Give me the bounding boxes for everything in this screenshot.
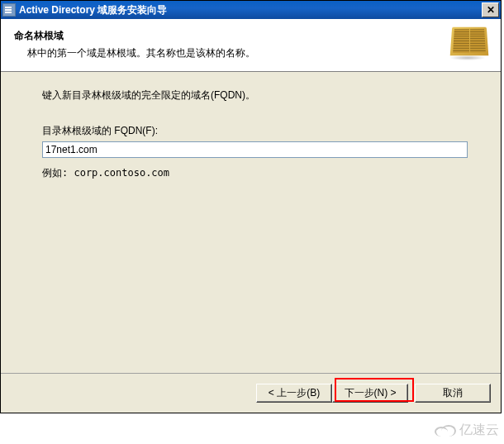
header-text: 命名林根域 林中的第一个域是林根域。其名称也是该林的名称。: [14, 26, 448, 60]
wizard-content: 键入新目录林根级域的完全限定的域名(FQDN)。 目录林根级域的 FQDN(F)…: [1, 72, 501, 373]
back-button[interactable]: < 上一步(B): [256, 384, 332, 403]
window-title: Active Directory 域服务安装向导: [19, 3, 482, 17]
page-title: 命名林根域: [14, 29, 448, 43]
close-button[interactable]: ✕: [482, 2, 499, 17]
cancel-button[interactable]: 取消: [415, 384, 491, 403]
book-icon: [448, 26, 487, 60]
fqdn-input[interactable]: [42, 141, 468, 158]
fqdn-label: 目录林根级域的 FQDN(F):: [42, 124, 468, 138]
watermark: 亿速云: [435, 422, 499, 439]
nav-button-group: < 上一步(B) 下一步(N) >: [256, 384, 408, 403]
wizard-footer: < 上一步(B) 下一步(N) > 取消: [1, 373, 501, 413]
app-icon: [2, 3, 16, 17]
example-text: 例如: corp.contoso.com: [42, 166, 468, 180]
page-subtitle: 林中的第一个域是林根域。其名称也是该林的名称。: [27, 46, 448, 60]
wizard-header: 命名林根域 林中的第一个域是林根域。其名称也是该林的名称。: [1, 19, 501, 72]
cloud-icon: [435, 423, 456, 438]
next-button[interactable]: 下一步(N) >: [332, 384, 408, 403]
wizard-window: Active Directory 域服务安装向导 ✕ 命名林根域 林中的第一个域…: [0, 0, 502, 413]
titlebar: Active Directory 域服务安装向导 ✕: [1, 1, 501, 19]
watermark-text: 亿速云: [459, 422, 499, 439]
instruction-text: 键入新目录林根级域的完全限定的域名(FQDN)。: [42, 88, 468, 103]
